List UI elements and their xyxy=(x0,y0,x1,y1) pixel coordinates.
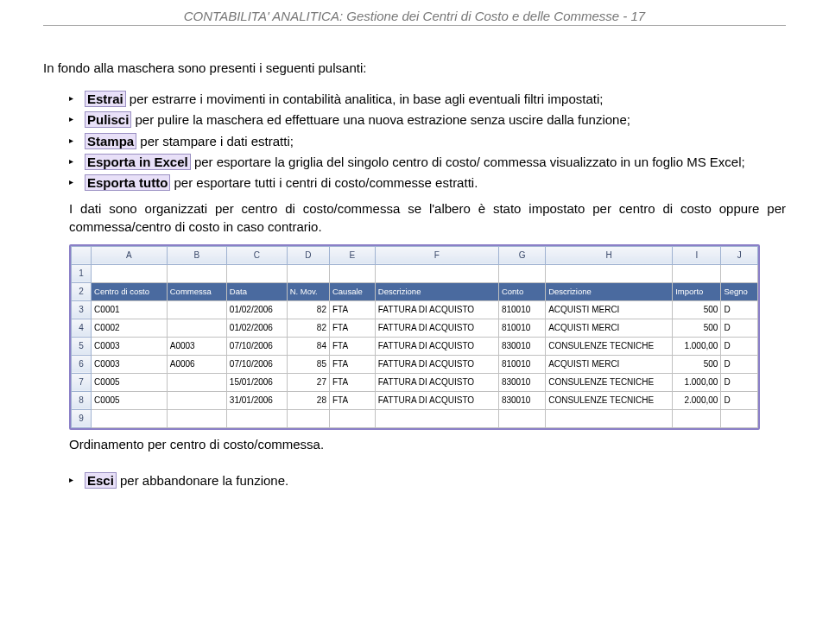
excel-col-C: C xyxy=(226,246,287,264)
excel-cell: D xyxy=(721,337,758,355)
excel-cell xyxy=(287,409,329,427)
bullet-stampa: Stampa per stampare i dati estratti; xyxy=(69,133,786,150)
bullet-stampa-text: per stampare i dati estratti; xyxy=(136,134,294,148)
excel-cell: D xyxy=(721,391,758,409)
excel-cell xyxy=(167,264,226,282)
excel-cell: C0005 xyxy=(92,391,168,409)
excel-cell xyxy=(721,409,758,427)
excel-col-I: I xyxy=(673,246,721,264)
bullet-estrai-text: per estrarre i movimenti in contabilità … xyxy=(126,92,604,106)
excel-cell xyxy=(226,264,287,282)
excel-cell: 01/02/2006 xyxy=(226,300,287,319)
apphdr-I: Importo xyxy=(673,282,721,300)
excel-cell xyxy=(546,264,673,282)
apphdr-B: Commessa xyxy=(167,282,226,300)
excel-cell: FTA xyxy=(329,391,375,409)
excel-cell: FTA xyxy=(329,300,375,319)
excel-cell: 810010 xyxy=(498,319,545,337)
excel-cell: 2.000,00 xyxy=(673,391,721,409)
excel-cell: FATTURA DI ACQUISTO xyxy=(375,319,498,337)
excel-col-G: G xyxy=(498,246,545,264)
excel-cell xyxy=(721,264,758,282)
excel-cell: 500 xyxy=(673,319,721,337)
excel-cell: FTA xyxy=(329,319,375,337)
bullet-pulisci-text: per pulire la maschera ed effettuare una… xyxy=(131,112,630,127)
apphdr-A: Centro di costo xyxy=(92,282,168,300)
excel-col-A: A xyxy=(92,246,168,264)
excel-cell: 810010 xyxy=(498,300,545,319)
excel-cell: FTA xyxy=(329,337,375,355)
excel-cell: 810010 xyxy=(498,355,545,373)
apphdr-G: Conto xyxy=(498,282,545,300)
paragraph-organizzati: I dati sono organizzati per centro di co… xyxy=(69,200,786,236)
bullet-estrai: Estrai per estrarre i movimenti in conta… xyxy=(69,91,786,108)
excel-row-4: 4 xyxy=(72,319,92,337)
excel-cell: 85 xyxy=(287,355,329,373)
excel-row-3: 3 xyxy=(72,300,92,319)
excel-grid: ABCDEFGHIJ12Centro di costoCommessaDataN… xyxy=(71,246,758,428)
excel-corner xyxy=(72,246,92,264)
kw-esporta-tutto: Esporta tutto xyxy=(85,174,170,191)
excel-cell: FATTURA DI ACQUISTO xyxy=(375,355,498,373)
excel-cell xyxy=(673,264,721,282)
excel-cell xyxy=(167,300,226,319)
apphdr-C: Data xyxy=(226,282,287,300)
excel-cell: 28 xyxy=(287,391,329,409)
apphdr-F: Descrizione xyxy=(375,282,498,300)
excel-col-F: F xyxy=(375,246,498,264)
excel-cell xyxy=(92,409,168,427)
excel-cell: CONSULENZE TECNICHE xyxy=(546,373,673,391)
excel-row-9: 9 xyxy=(72,409,92,427)
excel-cell: FTA xyxy=(329,355,375,373)
excel-cell xyxy=(498,264,545,282)
excel-col-H: H xyxy=(546,246,673,264)
apphdr-E: Causale xyxy=(329,282,375,300)
kw-esci: Esci xyxy=(85,472,117,489)
excel-cell: 500 xyxy=(673,355,721,373)
excel-cell xyxy=(226,409,287,427)
excel-row-8: 8 xyxy=(72,391,92,409)
excel-col-B: B xyxy=(167,246,226,264)
excel-cell: C0001 xyxy=(92,300,168,319)
excel-cell: FATTURA DI ACQUISTO xyxy=(375,391,498,409)
excel-cell xyxy=(329,264,375,282)
excel-cell xyxy=(167,391,226,409)
excel-cell xyxy=(167,409,226,427)
kw-estrai: Estrai xyxy=(85,91,126,107)
page-header: CONTABILITA' ANALITICA: Gestione dei Cen… xyxy=(43,9,786,26)
apphdr-D: N. Mov. xyxy=(287,282,329,300)
excel-row-2: 2 xyxy=(72,282,92,300)
excel-cell: C0002 xyxy=(92,319,168,337)
excel-cell xyxy=(375,409,498,427)
excel-cell: 1.000,00 xyxy=(673,373,721,391)
excel-cell: 500 xyxy=(673,300,721,319)
excel-cell: FTA xyxy=(329,373,375,391)
bullet-pulisci: Pulisci per pulire la maschera ed effett… xyxy=(69,111,786,129)
excel-col-J: J xyxy=(721,246,758,264)
excel-cell: D xyxy=(721,355,758,373)
excel-cell xyxy=(375,264,498,282)
excel-screenshot: ABCDEFGHIJ12Centro di costoCommessaDataN… xyxy=(69,244,760,430)
excel-cell: D xyxy=(721,300,758,319)
excel-cell: 1.000,00 xyxy=(673,337,721,355)
bullet-esci-text: per abbandonare la funzione. xyxy=(117,473,288,488)
kw-pulisci: Pulisci xyxy=(85,111,131,128)
excel-cell: FATTURA DI ACQUISTO xyxy=(375,337,498,355)
bullet-list: Estrai per estrarre i movimenti in conta… xyxy=(43,91,786,192)
excel-cell: A0003 xyxy=(167,337,226,355)
intro-text: In fondo alla maschera sono presenti i s… xyxy=(43,60,786,75)
bullet-esci: Esci per abbandonare la funzione. xyxy=(69,472,786,489)
excel-col-D: D xyxy=(287,246,329,264)
excel-cell xyxy=(546,409,673,427)
excel-cell: ACQUISTI MERCI xyxy=(546,319,673,337)
excel-cell: 84 xyxy=(287,337,329,355)
excel-cell xyxy=(498,409,545,427)
apphdr-J: Segno xyxy=(721,282,758,300)
excel-row-6: 6 xyxy=(72,355,92,373)
excel-cell: 27 xyxy=(287,373,329,391)
excel-cell: ACQUISTI MERCI xyxy=(546,300,673,319)
apphdr-H: Descrizione xyxy=(546,282,673,300)
excel-cell: D xyxy=(721,319,758,337)
excel-cell: 31/01/2006 xyxy=(226,391,287,409)
excel-cell: 01/02/2006 xyxy=(226,319,287,337)
